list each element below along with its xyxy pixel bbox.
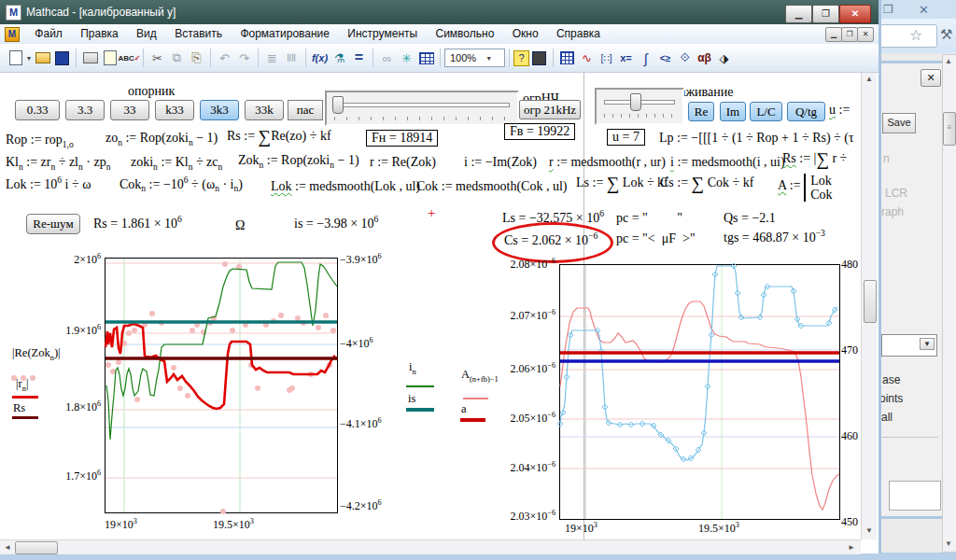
left-plot[interactable] xyxy=(105,258,338,513)
fv-value-box[interactable]: Fв = 19922 xyxy=(504,123,575,140)
fn-slider-track[interactable] xyxy=(334,103,510,107)
window-maximize-button[interactable]: ❐ xyxy=(812,5,839,23)
browser-scroll-up-icon[interactable]: ▲ xyxy=(943,57,954,65)
print-icon[interactable] xyxy=(80,49,100,67)
result-tgs[interactable]: tgs = 468.87 × 10−3 xyxy=(724,229,825,245)
boolean-palette-icon[interactable]: <≥ xyxy=(655,49,675,67)
align-across-icon[interactable]: ≣ xyxy=(262,49,282,67)
child-restore-button[interactable]: ❐ xyxy=(841,27,858,42)
smoothing-button-re[interactable]: Re xyxy=(688,102,714,121)
copy-icon[interactable]: ⧉ xyxy=(167,49,187,67)
browser-omnibox[interactable] xyxy=(876,24,937,48)
scroll-down-icon[interactable]: ▼ xyxy=(865,526,873,535)
formula-i-medsmooth[interactable]: i := medsmooth(i , ui) xyxy=(670,155,785,170)
formula-a[interactable]: A := Lok Cok xyxy=(778,174,832,202)
menu-view[interactable]: Вид xyxy=(129,24,164,40)
formula-lok-medsmooth[interactable]: Lok := medsmooth(Lok , ul) xyxy=(271,179,420,194)
u-slider[interactable] xyxy=(595,88,684,125)
result-pc2[interactable]: pc = "< μF >" xyxy=(616,231,696,246)
formula-zo[interactable]: zon := Rop(zokin − 1) xyxy=(105,131,218,147)
dialog-close-button[interactable]: ✕ xyxy=(921,69,941,87)
dialog-item-phase[interactable]: ase xyxy=(882,373,900,386)
formula-ls[interactable]: Ls := ∑ Lok ÷ kf xyxy=(576,175,668,190)
resistor-button-33k[interactable]: 33k xyxy=(245,100,284,120)
resistor-button-k33[interactable]: k33 xyxy=(155,100,194,120)
formula-lp[interactable]: Lp := −[[[1 ÷ (1 ÷ Rop + 1 ÷ Rs) ÷ (τ xyxy=(659,131,854,146)
formula-i[interactable]: i := −Im(Zok) xyxy=(464,155,537,170)
scroll-up-icon[interactable]: ▲ xyxy=(865,75,873,83)
result-qs[interactable]: Qs = −2.1 xyxy=(724,211,776,226)
insert-function-icon[interactable]: f(x) xyxy=(310,49,330,67)
re-noise-button[interactable]: Re-шум xyxy=(26,214,80,234)
child-close-button[interactable]: ✕ xyxy=(857,27,874,42)
hyperlink-icon[interactable]: ∞ xyxy=(377,49,397,67)
menu-symbolics[interactable]: Символьно xyxy=(429,24,502,40)
save-file-icon[interactable] xyxy=(52,49,72,67)
vertical-scrollbar-thumb[interactable] xyxy=(864,280,877,323)
mathcad-titlebar[interactable]: M Mathcad - [калиброванный у] ▁ ❐ ✕ xyxy=(0,0,879,24)
menu-insert[interactable]: Вставить xyxy=(167,24,230,40)
browser-scroll-down-icon[interactable]: ▼ xyxy=(943,539,954,548)
programming-palette-icon[interactable]: ⟐ xyxy=(675,49,695,67)
resistor-button-33b[interactable]: 33 xyxy=(110,100,149,120)
formula-lok[interactable]: Lok := 106 i ÷ ω xyxy=(6,175,91,192)
formula-cok-medsmooth[interactable]: Cok := medsmooth(Cok , ul) xyxy=(416,179,568,194)
evaluation-palette-icon[interactable]: x= xyxy=(616,49,636,67)
insert-table-icon[interactable] xyxy=(416,49,436,67)
u-slider-thumb[interactable] xyxy=(630,93,641,111)
dialog-dropdown[interactable]: ▼ xyxy=(881,334,937,357)
open-file-icon[interactable] xyxy=(33,49,52,67)
align-down-icon[interactable]: ≣ xyxy=(283,49,302,68)
bookmark-star-icon[interactable]: ☆ xyxy=(909,26,922,44)
formula-rop[interactable]: Rop := rop1,o xyxy=(6,133,74,149)
result-pc1[interactable]: pc = " " xyxy=(616,211,682,226)
calculate-icon[interactable]: = xyxy=(349,49,369,67)
smoothing-button-qtg[interactable]: Q/tg xyxy=(787,102,825,121)
paste-icon[interactable]: ⎘ xyxy=(187,49,206,67)
cut-icon[interactable]: ✂ xyxy=(148,49,167,67)
u-definition[interactable]: u := xyxy=(829,103,850,118)
fn-slider-thumb[interactable] xyxy=(332,96,344,114)
calculus-palette-icon[interactable]: ∫ xyxy=(636,49,655,67)
menu-format[interactable]: Форматирование xyxy=(232,24,337,40)
resource-export-icon[interactable] xyxy=(529,49,549,67)
result-omega[interactable]: Ω xyxy=(235,218,245,233)
formula-rs2[interactable]: Rs := |∑ r ÷ xyxy=(782,151,847,166)
new-file-dropdown-icon[interactable]: ▼ xyxy=(25,49,33,67)
redo-icon[interactable]: ↷ xyxy=(234,49,254,67)
menu-window[interactable]: Окно xyxy=(505,24,546,40)
fn-slider[interactable] xyxy=(325,91,519,126)
print-preview-icon[interactable] xyxy=(100,49,120,67)
formula-cok[interactable]: Cokn := −106 ÷ (ωn · in) xyxy=(120,175,243,193)
dialog-item-all[interactable]: all xyxy=(881,411,893,424)
cursor-crosshair[interactable]: + xyxy=(428,208,435,217)
vertical-scrollbar[interactable]: ▲ ▼ xyxy=(861,73,877,539)
formula-kl[interactable]: Kln := zrn ÷ zln · zpn xyxy=(6,155,110,172)
window-minimize-button[interactable]: ▁ xyxy=(785,5,812,23)
component-wizard-icon[interactable]: ✳ xyxy=(397,49,416,67)
graph-palette-icon[interactable]: ∿ xyxy=(577,49,597,67)
menu-file[interactable]: Файл xyxy=(27,24,70,40)
smoothing-button-lc[interactable]: L/C xyxy=(750,102,782,121)
worksheet[interactable]: опорник 0.33 3.3 33 k33 3k3 33k пас огрН… xyxy=(2,73,859,539)
horizontal-scrollbar[interactable]: ◄ ► xyxy=(0,539,861,554)
child-minimize-button[interactable]: ▁ xyxy=(825,27,842,42)
wrench-menu-icon[interactable]: ⚒ xyxy=(940,26,952,43)
smoothing-button-im[interactable]: Im xyxy=(720,102,746,121)
calculator-palette-icon[interactable] xyxy=(557,49,577,67)
formula-zoki[interactable]: zokin := Kln ÷ zcn xyxy=(131,155,222,172)
right-plot[interactable] xyxy=(559,264,840,520)
result-is[interactable]: is = −3.98 × 106 xyxy=(294,215,378,231)
formula-cs[interactable]: Cs := ∑ Cok ÷ kf xyxy=(660,175,753,190)
zoom-combobox[interactable]: 100% ▼ xyxy=(444,49,505,67)
window-close-button[interactable]: ✕ xyxy=(839,5,871,23)
scroll-left-icon[interactable]: ◄ xyxy=(4,543,11,552)
symbolic-palette-icon[interactable]: ⬗ xyxy=(714,49,734,67)
formula-rs-sum[interactable]: Rs := ∑Re(zo) ÷ kf xyxy=(227,129,331,144)
browser-maximize-button[interactable]: ❐ xyxy=(883,3,893,16)
ogr-21khz-button[interactable]: огр 21kHz xyxy=(519,100,581,119)
matrix-palette-icon[interactable]: [∷] xyxy=(597,49,616,67)
dialog-save-button[interactable]: Save xyxy=(882,113,916,133)
resistor-button-pas[interactable]: пас xyxy=(288,100,323,120)
dialog-input-field[interactable] xyxy=(889,481,941,511)
